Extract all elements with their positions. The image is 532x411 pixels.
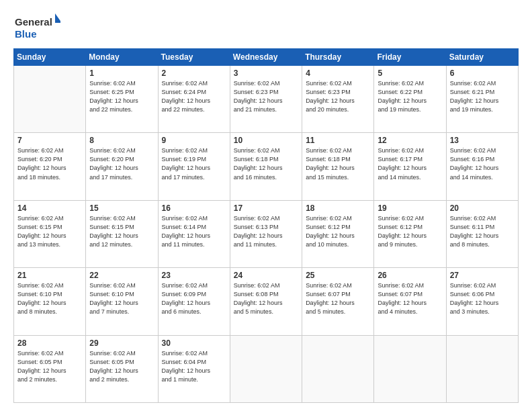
day-info: Sunrise: 6:02 AM Sunset: 6:05 PM Dayligh…	[89, 349, 154, 384]
day-info: Sunrise: 6:02 AM Sunset: 6:21 PM Dayligh…	[450, 79, 515, 114]
calendar-cell: 3Sunrise: 6:02 AM Sunset: 6:23 PM Daylig…	[230, 66, 302, 133]
day-info: Sunrise: 6:02 AM Sunset: 6:11 PM Dayligh…	[450, 214, 515, 249]
day-number: 22	[89, 271, 154, 280]
day-number: 10	[234, 136, 298, 145]
calendar-cell: 10Sunrise: 6:02 AM Sunset: 6:18 PM Dayli…	[230, 133, 302, 200]
weekday-header-thursday: Thursday	[302, 49, 374, 66]
day-number: 6	[450, 68, 515, 78]
day-info: Sunrise: 6:02 AM Sunset: 6:24 PM Dayligh…	[162, 79, 226, 114]
day-number: 4	[306, 68, 370, 78]
calendar-cell: 17Sunrise: 6:02 AM Sunset: 6:13 PM Dayli…	[230, 200, 302, 267]
day-number: 26	[378, 271, 442, 280]
calendar-cell: 1Sunrise: 6:02 AM Sunset: 6:25 PM Daylig…	[86, 66, 158, 133]
day-info: Sunrise: 6:02 AM Sunset: 6:07 PM Dayligh…	[306, 281, 370, 316]
day-number: 14	[17, 203, 82, 213]
day-info: Sunrise: 6:02 AM Sunset: 6:15 PM Dayligh…	[17, 214, 82, 249]
day-info: Sunrise: 6:02 AM Sunset: 6:17 PM Dayligh…	[378, 146, 442, 181]
day-number: 19	[378, 203, 442, 213]
day-info: Sunrise: 6:02 AM Sunset: 6:15 PM Dayligh…	[89, 214, 154, 249]
day-number: 11	[306, 136, 370, 145]
calendar-cell	[302, 335, 374, 402]
logo: General Blue	[13, 12, 60, 42]
calendar-cell: 9Sunrise: 6:02 AM Sunset: 6:19 PM Daylig…	[158, 133, 230, 200]
svg-marker-2	[55, 13, 60, 23]
calendar-cell: 25Sunrise: 6:02 AM Sunset: 6:07 PM Dayli…	[302, 268, 374, 335]
logo-svg: General Blue	[13, 12, 60, 42]
day-number: 3	[234, 68, 298, 78]
day-info: Sunrise: 6:02 AM Sunset: 6:05 PM Dayligh…	[17, 349, 82, 384]
day-number: 1	[89, 68, 154, 78]
day-info: Sunrise: 6:02 AM Sunset: 6:25 PM Dayligh…	[89, 79, 154, 114]
day-info: Sunrise: 6:02 AM Sunset: 6:04 PM Dayligh…	[162, 349, 226, 384]
day-number: 23	[162, 271, 226, 280]
weekday-header-tuesday: Tuesday	[158, 49, 230, 66]
calendar-cell	[14, 66, 86, 133]
day-info: Sunrise: 6:02 AM Sunset: 6:22 PM Dayligh…	[378, 79, 442, 114]
day-info: Sunrise: 6:02 AM Sunset: 6:23 PM Dayligh…	[306, 79, 370, 114]
calendar-cell: 18Sunrise: 6:02 AM Sunset: 6:12 PM Dayli…	[302, 200, 374, 267]
calendar-cell	[446, 335, 518, 402]
calendar-cell: 7Sunrise: 6:02 AM Sunset: 6:20 PM Daylig…	[14, 133, 86, 200]
calendar-cell: 8Sunrise: 6:02 AM Sunset: 6:20 PM Daylig…	[86, 133, 158, 200]
week-row-2: 7Sunrise: 6:02 AM Sunset: 6:20 PM Daylig…	[14, 133, 519, 200]
day-number: 15	[89, 203, 154, 213]
day-info: Sunrise: 6:02 AM Sunset: 6:16 PM Dayligh…	[450, 146, 515, 181]
weekday-header-sunday: Sunday	[14, 49, 86, 66]
calendar-cell: 5Sunrise: 6:02 AM Sunset: 6:22 PM Daylig…	[374, 66, 446, 133]
day-info: Sunrise: 6:02 AM Sunset: 6:12 PM Dayligh…	[378, 214, 442, 249]
page: General Blue SundayMondayTuesdayWednesda…	[0, 0, 532, 411]
day-info: Sunrise: 6:02 AM Sunset: 6:08 PM Dayligh…	[234, 281, 298, 316]
calendar-cell: 16Sunrise: 6:02 AM Sunset: 6:14 PM Dayli…	[158, 200, 230, 267]
calendar-cell	[230, 335, 302, 402]
day-number: 13	[450, 136, 515, 145]
day-info: Sunrise: 6:02 AM Sunset: 6:14 PM Dayligh…	[162, 214, 226, 249]
week-row-5: 28Sunrise: 6:02 AM Sunset: 6:05 PM Dayli…	[14, 335, 519, 402]
day-number: 7	[17, 136, 82, 145]
day-info: Sunrise: 6:02 AM Sunset: 6:12 PM Dayligh…	[306, 214, 370, 249]
week-row-3: 14Sunrise: 6:02 AM Sunset: 6:15 PM Dayli…	[14, 200, 519, 267]
day-info: Sunrise: 6:02 AM Sunset: 6:18 PM Dayligh…	[234, 146, 298, 181]
calendar-cell: 4Sunrise: 6:02 AM Sunset: 6:23 PM Daylig…	[302, 66, 374, 133]
day-info: Sunrise: 6:02 AM Sunset: 6:10 PM Dayligh…	[89, 281, 154, 316]
calendar-cell: 29Sunrise: 6:02 AM Sunset: 6:05 PM Dayli…	[86, 335, 158, 402]
calendar-cell: 13Sunrise: 6:02 AM Sunset: 6:16 PM Dayli…	[446, 133, 518, 200]
day-info: Sunrise: 6:02 AM Sunset: 6:06 PM Dayligh…	[450, 281, 515, 316]
calendar-cell: 26Sunrise: 6:02 AM Sunset: 6:07 PM Dayli…	[374, 268, 446, 335]
calendar-cell: 6Sunrise: 6:02 AM Sunset: 6:21 PM Daylig…	[446, 66, 518, 133]
calendar-cell: 14Sunrise: 6:02 AM Sunset: 6:15 PM Dayli…	[14, 200, 86, 267]
day-info: Sunrise: 6:02 AM Sunset: 6:07 PM Dayligh…	[378, 281, 442, 316]
weekday-header-wednesday: Wednesday	[230, 49, 302, 66]
day-number: 20	[450, 203, 515, 213]
day-info: Sunrise: 6:02 AM Sunset: 6:18 PM Dayligh…	[306, 146, 370, 181]
day-number: 8	[89, 136, 154, 145]
day-info: Sunrise: 6:02 AM Sunset: 6:09 PM Dayligh…	[162, 281, 226, 316]
day-number: 29	[89, 338, 154, 348]
day-info: Sunrise: 6:02 AM Sunset: 6:23 PM Dayligh…	[234, 79, 298, 114]
day-number: 28	[17, 338, 82, 348]
calendar-cell: 27Sunrise: 6:02 AM Sunset: 6:06 PM Dayli…	[446, 268, 518, 335]
day-info: Sunrise: 6:02 AM Sunset: 6:20 PM Dayligh…	[89, 146, 154, 181]
day-number: 12	[378, 136, 442, 145]
calendar-cell: 24Sunrise: 6:02 AM Sunset: 6:08 PM Dayli…	[230, 268, 302, 335]
day-number: 27	[450, 271, 515, 280]
day-info: Sunrise: 6:02 AM Sunset: 6:10 PM Dayligh…	[17, 281, 82, 316]
weekday-header-saturday: Saturday	[446, 49, 518, 66]
calendar-cell: 22Sunrise: 6:02 AM Sunset: 6:10 PM Dayli…	[86, 268, 158, 335]
day-info: Sunrise: 6:02 AM Sunset: 6:20 PM Dayligh…	[17, 146, 82, 181]
calendar-cell: 30Sunrise: 6:02 AM Sunset: 6:04 PM Dayli…	[158, 335, 230, 402]
calendar-cell: 2Sunrise: 6:02 AM Sunset: 6:24 PM Daylig…	[158, 66, 230, 133]
calendar-cell: 19Sunrise: 6:02 AM Sunset: 6:12 PM Dayli…	[374, 200, 446, 267]
calendar-header: SundayMondayTuesdayWednesdayThursdayFrid…	[14, 49, 519, 66]
weekday-header-monday: Monday	[86, 49, 158, 66]
day-number: 5	[378, 68, 442, 78]
calendar-body: 1Sunrise: 6:02 AM Sunset: 6:25 PM Daylig…	[14, 66, 519, 403]
day-number: 18	[306, 203, 370, 213]
svg-text:General: General	[15, 16, 52, 28]
day-number: 30	[162, 338, 226, 348]
calendar-cell: 21Sunrise: 6:02 AM Sunset: 6:10 PM Dayli…	[14, 268, 86, 335]
calendar-table: SundayMondayTuesdayWednesdayThursdayFrid…	[13, 48, 519, 403]
day-number: 9	[162, 136, 226, 145]
day-number: 17	[234, 203, 298, 213]
week-row-1: 1Sunrise: 6:02 AM Sunset: 6:25 PM Daylig…	[14, 66, 519, 133]
calendar-cell	[374, 335, 446, 402]
